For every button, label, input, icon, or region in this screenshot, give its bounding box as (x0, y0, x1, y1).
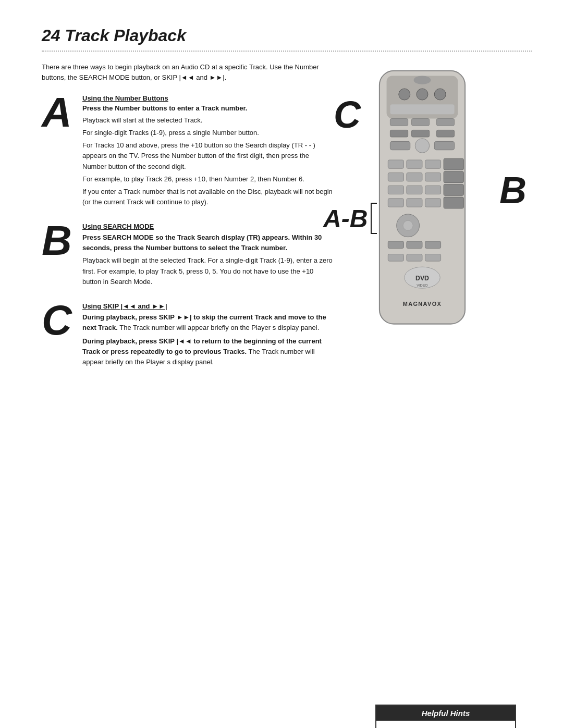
svg-rect-15 (434, 141, 454, 150)
section-a-content: Using the Number Buttons Press the Numbe… (82, 92, 334, 209)
svg-rect-6 (390, 104, 454, 114)
helpful-hints-box: Helpful Hints SKIP|◄◄ and ►►| are not ac… (375, 705, 516, 728)
svg-point-13 (415, 139, 429, 153)
helpful-hints-content: SKIP|◄◄ and ►►| are not active when play… (376, 721, 515, 728)
svg-text:DVD: DVD (415, 275, 429, 282)
section-a-p4: For example, to play Track 26, press +10… (82, 174, 334, 184)
section-b-heading: Using SEARCH MODE (82, 223, 334, 230)
section-divider (42, 51, 532, 52)
svg-rect-8 (411, 119, 429, 126)
right-column: C (349, 62, 516, 728)
svg-point-2 (414, 76, 431, 84)
svg-rect-23 (444, 171, 463, 183)
remote-label-b-right: B (499, 169, 527, 212)
section-c-p1-normal: The Track number will appear briefly on … (119, 324, 319, 331)
section-a-p5: If you enter a Track number that is not … (82, 187, 334, 207)
svg-rect-30 (425, 199, 440, 207)
section-a-p3: For Tracks 10 and above, press the +10 b… (82, 140, 334, 171)
section-b-p1: Playback will begin at the selected Trac… (82, 255, 334, 287)
svg-rect-7 (390, 119, 408, 126)
svg-rect-21 (407, 173, 422, 181)
section-a-p2: For single-digit Tracks (1-9), press a s… (82, 128, 334, 138)
section-c-p1: During playback, press SKIP ►►| to skip … (82, 312, 334, 333)
section-c-p2: During playback, press SKIP |◄◄ to retur… (82, 336, 334, 367)
section-a-letter: A (42, 92, 73, 133)
svg-rect-37 (388, 254, 403, 262)
helpful-hints-list: SKIP|◄◄ and ►►| are not active when play… (384, 726, 508, 728)
helpful-hints-title: Helpful Hints (376, 706, 515, 721)
svg-rect-36 (425, 241, 440, 249)
svg-rect-31 (444, 197, 463, 208)
svg-rect-9 (436, 119, 454, 126)
remote-svg-container: DVD VIDEO MAGNAVOX (365, 67, 500, 340)
svg-rect-10 (390, 130, 408, 137)
section-c-content: Using SKIP |◄◄ and ►►| During playback, … (82, 300, 334, 370)
svg-point-4 (417, 89, 428, 100)
remote-label-c: C (334, 93, 361, 136)
section-b-block: B Using SEARCH MODE Press SEARCH MODE so… (42, 220, 334, 289)
page-container: 24 Track Playback There are three ways t… (0, 0, 563, 728)
svg-rect-25 (407, 186, 422, 194)
section-a-subheading: Press the Number buttons to enter a Trac… (82, 104, 334, 112)
svg-rect-35 (407, 241, 422, 249)
intro-text: There are three ways to begin playback o… (42, 62, 334, 82)
svg-rect-19 (444, 158, 463, 170)
svg-rect-29 (407, 199, 422, 207)
svg-rect-34 (388, 241, 403, 249)
svg-text:VIDEO: VIDEO (417, 283, 427, 287)
svg-rect-24 (388, 186, 403, 194)
left-column: There are three ways to begin playback o… (42, 62, 334, 728)
svg-rect-16 (388, 160, 403, 168)
svg-rect-17 (407, 160, 422, 168)
ab-bracket (371, 203, 377, 234)
section-c-heading: Using SKIP |◄◄ and ►►| (82, 302, 334, 310)
section-b-letter: B (42, 220, 73, 262)
section-a-block: A Using the Number Buttons Press the Num… (42, 92, 334, 209)
content-area: There are three ways to begin playback o… (42, 62, 532, 728)
section-b-content: Using SEARCH MODE Press SEARCH MODE so t… (82, 220, 334, 289)
svg-rect-22 (425, 173, 440, 181)
section-b-text: Press SEARCH MODE so the Track Search di… (82, 232, 334, 287)
helpful-hint-item-1: SKIP|◄◄ and ►►| are not active when play… (384, 726, 508, 728)
svg-rect-28 (388, 199, 403, 207)
section-b-subheading-bold: Press SEARCH MODE so the Track Search di… (82, 233, 322, 252)
svg-rect-27 (444, 184, 463, 195)
svg-rect-38 (407, 254, 422, 262)
svg-point-3 (399, 89, 410, 100)
svg-text:MAGNAVOX: MAGNAVOX (403, 301, 442, 307)
svg-rect-11 (411, 130, 429, 137)
svg-point-5 (434, 89, 446, 100)
section-c-letter: C (42, 300, 73, 341)
remote-label-ab: A-B (323, 204, 368, 233)
section-b-subheading: Press SEARCH MODE so the Track Search di… (82, 232, 334, 253)
svg-rect-12 (436, 130, 454, 137)
svg-rect-14 (390, 141, 410, 150)
section-a-p1: Playback will start at the selected Trac… (82, 115, 334, 126)
section-c-block: C Using SKIP |◄◄ and ►►| During playback… (42, 300, 334, 370)
svg-rect-20 (388, 173, 403, 181)
remote-wrapper: C (349, 67, 516, 340)
section-a-heading: Using the Number Buttons (82, 94, 334, 102)
page-title: 24 Track Playback (42, 26, 532, 45)
svg-point-33 (403, 220, 413, 230)
svg-rect-26 (425, 186, 440, 194)
svg-rect-39 (425, 254, 440, 262)
svg-rect-18 (425, 160, 440, 168)
remote-label-ab-group: A-B (323, 203, 377, 234)
section-c-text: During playback, press SKIP ►►| to skip … (82, 312, 334, 368)
remote-svg: DVD VIDEO MAGNAVOX (365, 67, 480, 338)
section-a-text: Playback will start at the selected Trac… (82, 115, 334, 207)
